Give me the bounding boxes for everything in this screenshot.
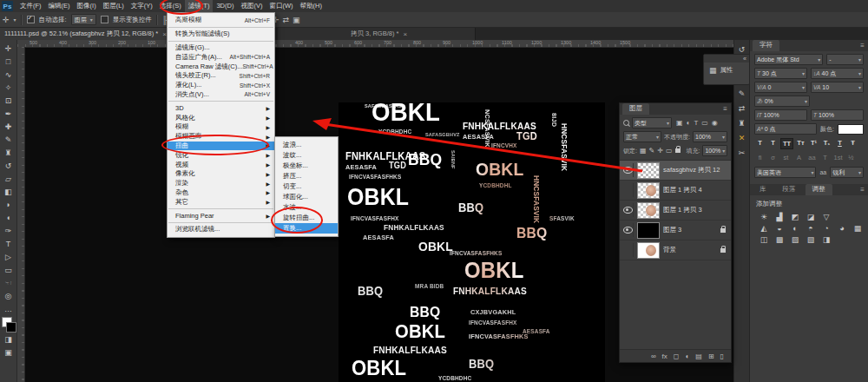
menubar-item[interactable]: 文字(Y) <box>128 0 156 12</box>
new-group-icon[interactable]: ▤ <box>695 352 702 360</box>
menubar-item[interactable]: 窗口(W) <box>266 0 296 12</box>
char-toggle-button[interactable]: T <box>834 138 845 148</box>
tab-adjustments[interactable]: 调整 <box>806 184 832 195</box>
opentype-toggle-button[interactable]: st <box>780 153 792 162</box>
auto-select-dropdown[interactable]: 图层▾ <box>71 14 96 25</box>
new-layer-icon[interactable]: ⊞ <box>708 352 714 360</box>
menubar-item[interactable]: 编辑(E) <box>45 0 74 12</box>
layer-thumbnail[interactable] <box>637 242 660 259</box>
shape-tool[interactable]: ▭ <box>2 263 16 276</box>
menubar-item[interactable]: 3D(D) <box>213 0 237 12</box>
opentype-toggle-button[interactable]: σ <box>767 153 779 162</box>
zoom-tool[interactable]: ◎ <box>2 289 16 302</box>
clone-source-panel-icon[interactable]: ⇄ <box>739 104 746 113</box>
font-size-select[interactable]: T30 点▾ <box>754 68 807 79</box>
filter-menu-item[interactable]: 模糊▶ <box>168 122 274 132</box>
brush-tool[interactable]: ✎ <box>2 133 16 146</box>
quick-selection-tool[interactable]: ✧ <box>2 81 16 94</box>
distort-submenu-item[interactable]: 切变... <box>275 181 338 192</box>
filter-menu-item[interactable]: 液化(L)...Shift+Ctrl+X <box>168 81 274 90</box>
tab-character[interactable]: 字符 <box>753 40 779 51</box>
exposure-icon[interactable]: ◪ <box>806 213 816 221</box>
layer-row[interactable]: 图层 3 <box>620 221 731 240</box>
visibility-toggle[interactable] <box>622 223 634 237</box>
char-toggle-button[interactable]: T₁ <box>821 138 832 148</box>
document-tab-inactive[interactable]: 拷贝 3, RGB/8) * × <box>278 28 476 40</box>
tsume-select[interactable]: あ0%▾ <box>754 96 810 107</box>
tab-panel-0[interactable]: 库 <box>753 184 773 195</box>
char-toggle-button[interactable]: T <box>767 138 779 148</box>
visibility-toggle[interactable] <box>622 203 634 217</box>
filter-menu-item[interactable]: 锐化▶ <box>168 150 274 160</box>
layer-filter-select[interactable]: 类型▾ <box>632 117 672 128</box>
background-color-swatch[interactable] <box>6 322 16 333</box>
layer-thumbnail[interactable] <box>637 202 660 219</box>
visibility-toggle[interactable] <box>622 183 634 197</box>
hand-tool[interactable]: ☜ <box>2 276 16 289</box>
filter-menu-item[interactable]: 浏览联机滤镜... <box>168 225 274 234</box>
lock-all-icon[interactable] <box>675 148 681 153</box>
properties-panel-icon[interactable]: ▦ <box>709 66 717 75</box>
anti-alias-select[interactable]: 锐利▾ <box>830 167 864 178</box>
mode-icon[interactable]: ▣ <box>293 13 300 27</box>
visibility-toggle[interactable] <box>622 163 634 177</box>
collapse-panel-icon[interactable]: « <box>704 55 749 63</box>
distort-submenu-item[interactable]: 波纹... <box>275 150 338 161</box>
filter-menu-item[interactable]: Flaming Pear▶ <box>168 211 274 221</box>
screen-mode-button[interactable]: ▣ <box>2 346 16 359</box>
filter-menu-item[interactable]: 渲染▶ <box>168 179 274 188</box>
invert-icon[interactable]: ◫ <box>759 235 769 244</box>
layer-row[interactable]: 背景 <box>620 240 731 260</box>
distort-submenu-item[interactable]: 极坐标... <box>275 161 338 171</box>
pen-tool[interactable]: ✑ <box>2 224 16 237</box>
panel-menu-icon[interactable]: ≡ <box>860 186 865 194</box>
blend-mode-select[interactable]: 正常▾ <box>623 131 661 142</box>
document-canvas[interactable]: SAFASGASFASOBKLYCDBHDHCSAFASGBHVZNCSFASV… <box>339 102 605 382</box>
tool-preset-chevron-icon[interactable]: ▾ <box>14 16 16 23</box>
char-toggle-button[interactable]: T <box>754 138 766 148</box>
distort-submenu-item[interactable]: 球面化... <box>275 192 338 202</box>
properties-panel-label[interactable]: 属性 <box>720 66 733 75</box>
filter-menu-item[interactable]: 其它▶ <box>168 197 274 207</box>
opentype-toggle-button[interactable]: 1st <box>832 153 844 162</box>
color-lookup-icon[interactable]: ◕ <box>837 224 847 233</box>
layer-effects-icon[interactable]: fx <box>662 352 667 360</box>
crop-tool[interactable]: ⊡ <box>2 94 16 107</box>
filter-menu-item[interactable]: 像素化▶ <box>168 169 274 179</box>
panel-menu-icon[interactable]: ≡ <box>723 105 727 113</box>
filter-shape-icon[interactable]: ▭ <box>701 119 708 127</box>
panel-menu-icon[interactable]: ≡ <box>860 42 865 49</box>
layer-mask-icon[interactable]: ◻ <box>674 352 680 360</box>
new-adjustment-icon[interactable]: ◐ <box>685 352 689 360</box>
filter-menu-item[interactable]: 消失点(V)...Alt+Ctrl+V <box>168 90 274 100</box>
stamp-panel-icon[interactable]: ♜ <box>738 119 745 128</box>
layer-row[interactable]: 图层 1 拷贝 4 <box>620 181 731 201</box>
filter-menu-item[interactable]: 转换为智能滤镜(S) <box>168 30 274 39</box>
opentype-toggle-button[interactable]: T <box>819 153 831 162</box>
lasso-tool[interactable]: ∿ <box>2 68 16 81</box>
filter-menu-item[interactable]: 滤镜库(G)... <box>168 43 274 53</box>
font-family-select[interactable]: Adobe 黑体 Std▾ <box>754 54 823 65</box>
vertical-scale-input[interactable]: IT100% <box>754 109 807 121</box>
leading-select[interactable]: ↕A40 点▾ <box>811 68 864 79</box>
horizontal-scale-input[interactable]: T100% <box>811 109 864 121</box>
opentype-toggle-button[interactable]: ½ <box>845 153 857 162</box>
color-swatches[interactable] <box>2 317 16 333</box>
gradient-tool[interactable]: ◧ <box>2 185 16 198</box>
type-tool[interactable]: T <box>2 237 16 250</box>
layer-thumbnail[interactable] <box>637 162 660 179</box>
lut-grid-icon[interactable]: ▦ <box>852 224 863 233</box>
filter-menu-item[interactable]: 3D▶ <box>168 103 274 113</box>
menubar-item[interactable]: 图像(I) <box>74 0 100 12</box>
vibrance-icon[interactable]: ▽ <box>821 213 832 221</box>
menubar-item[interactable]: 帮助(H) <box>297 0 326 12</box>
delete-layer-icon[interactable]: ▯ <box>720 352 724 360</box>
layer-row[interactable]: 图层 1 拷贝 3 <box>620 201 731 221</box>
path-selection-tool[interactable]: ▷ <box>2 250 16 263</box>
posterize-icon[interactable]: ▩ <box>774 235 785 244</box>
distort-submenu-item[interactable]: 水波... <box>275 202 338 213</box>
gradient-map-icon[interactable]: ▧ <box>806 235 816 244</box>
eyedropper-tool[interactable]: ✒ <box>2 107 16 120</box>
filter-type-icon[interactable]: T <box>694 119 698 127</box>
filter-menu-item[interactable]: 自适应广角(A)...Alt+Shift+Ctrl+A <box>168 52 274 62</box>
